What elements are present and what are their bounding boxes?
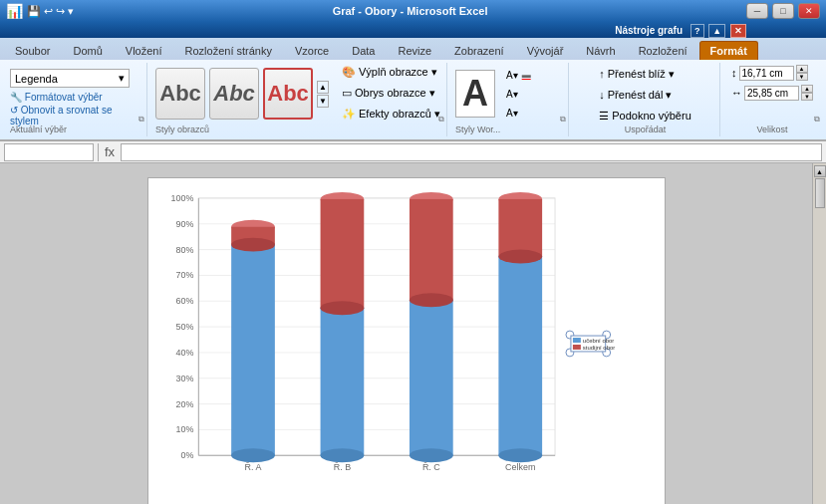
svg-rect-60 [572,345,580,350]
fill-button[interactable]: 🎨 Výplň obrazce ▾ [335,63,447,82]
tab-vlozeni[interactable]: Vložení [115,41,173,60]
svg-text:80%: 80% [175,245,193,255]
width-icon: ↔ [731,87,742,99]
height-spinner: ▲ ▼ [796,65,808,81]
expand-icon-2[interactable]: ⧉ [438,115,444,125]
width-spinner: ▲ ▼ [801,85,813,101]
text-effects-btn[interactable]: A▾ [499,105,538,122]
reset-style-button[interactable]: ↺ Obnovit a srovnat se stylem [10,105,140,126]
tabs-container: Soubor Domů Vložení Rozložení stránky Vz… [0,38,826,60]
chart-tools-label: Nástroje grafu [615,25,683,36]
svg-point-42 [409,293,452,307]
minimize-button[interactable]: ─ [746,3,768,19]
wordart-large-btn[interactable]: A [455,70,495,118]
chart-container[interactable]: 100% 90% 80% 70% 60% 50% 40% 30% 20% 10%… [0,163,812,504]
dropdown-arrow: ▾ [119,72,125,85]
svg-text:50%: 50% [175,322,193,332]
svg-rect-44 [498,257,542,456]
expand-icon-4[interactable]: ⧉ [814,115,820,125]
width-up[interactable]: ▲ [801,85,813,93]
abc-buttons: Abc Abc Abc ▲ ▼ [155,68,329,120]
right-scrollbar: ▲ ▼ [812,163,826,504]
maximize-button[interactable]: □ [772,3,794,19]
selection-pane-btn[interactable]: ☰ Podokno výběru [592,107,698,126]
current-selection-label: Aktuální výběr [10,125,67,134]
tab-zobrazeni[interactable]: Zobrazení [443,41,515,60]
width-down[interactable]: ▼ [801,93,813,101]
scroll-thumb[interactable] [815,178,825,208]
title-bar: 📊 💾 ↩ ↪ ▾ Graf - Obory - Microsoft Excel… [0,0,826,22]
send-further-btn[interactable]: ↓ Přenést dál ▾ [592,86,698,105]
expand-icon-3[interactable]: ⧉ [560,115,566,125]
shape-style-3[interactable]: Abc [263,68,313,120]
size-group: ↕ ▲ ▼ ↔ ▲ ▼ Velikost ⧉ [722,63,822,136]
formula-input[interactable] [121,143,822,161]
svg-text:30%: 30% [175,374,193,383]
svg-text:60%: 60% [175,296,193,306]
title-bar-left: 📊 💾 ↩ ↪ ▾ [6,3,74,19]
expand-icon[interactable]: ⧉ [138,115,144,125]
formula-separator [98,143,99,161]
help-icon[interactable]: ? [690,24,704,38]
selection-label: Legenda [15,73,58,85]
text-fill-btn[interactable]: A▾ ▬ [499,67,538,84]
scroll-up-button[interactable]: ▲ [814,165,826,177]
width-input[interactable] [744,86,799,101]
tab-format[interactable]: Formát [699,41,758,60]
name-box[interactable] [4,143,94,161]
svg-text:10%: 10% [175,424,193,434]
close-ribbon-button[interactable]: ✕ [730,24,746,38]
tab-domu[interactable]: Domů [62,41,113,60]
selection-buttons: 🔧 Formátovat výběr ↺ Obnovit a srovnat s… [10,92,140,126]
effects-button[interactable]: ✨ Efekty obrazců ▾ [335,105,447,124]
chart-tools-bar: Nástroje grafu ? ▲ ✕ [0,22,826,38]
svg-text:Ř. C: Ř. C [421,462,439,472]
tab-data[interactable]: Data [341,41,386,60]
svg-point-36 [320,301,364,315]
svg-text:0%: 0% [180,450,193,460]
scroll-down-btn[interactable]: ▼ [317,95,329,108]
selection-dropdown[interactable]: Legenda ▾ [10,69,130,88]
tab-rozlozeni[interactable]: Rozložení [628,41,698,60]
svg-point-39 [409,448,452,462]
height-up[interactable]: ▲ [796,65,808,73]
title-controls: ─ □ ✕ [746,3,820,19]
tab-vyvojar[interactable]: Vývojář [516,41,575,60]
scroll-up-btn[interactable]: ▲ [317,81,329,94]
height-input[interactable] [739,66,794,81]
svg-point-48 [498,250,542,264]
text-outline-btn[interactable]: A▾ [499,86,538,103]
svg-rect-41 [409,199,452,300]
ribbon-tab-bar: Soubor Domů Vložení Rozložení stránky Vz… [0,38,826,60]
main-area: 100% 90% 80% 70% 60% 50% 40% 30% 20% 10%… [0,163,826,504]
tab-soubor[interactable]: Soubor [4,41,61,60]
bring-closer-btn[interactable]: ↑ Přenést blíž ▾ [592,65,698,84]
svg-point-30 [231,238,275,252]
ribbon: Legenda ▾ 🔧 Formátovat výběr ↺ Obnovit a… [0,60,826,141]
height-down[interactable]: ▼ [796,73,808,81]
format-selection-button[interactable]: 🔧 Formátovat výběr [10,92,140,103]
svg-text:učební obor: učební obor [582,338,613,344]
arrange-label: Uspořádat [625,125,667,134]
svg-text:40%: 40% [175,348,193,358]
ribbon-toggle[interactable]: ▲ [708,24,725,38]
ribbon-controls: ? ▲ ✕ [690,25,746,36]
shape-style-1[interactable]: Abc [155,68,205,120]
svg-point-33 [320,448,364,462]
svg-text:studijní obor: studijní obor [582,345,614,351]
outline-button[interactable]: ▭ Obrys obrazce ▾ [335,84,447,103]
shape-style-2[interactable]: Abc [209,68,259,120]
wordart-group: A A▾ ▬ A▾ A▾ Styly Wor... ⧉ [449,63,569,136]
height-icon: ↕ [731,67,737,79]
scroll-track[interactable] [814,177,826,504]
svg-text:100%: 100% [170,193,193,203]
tab-revize[interactable]: Revize [387,41,442,60]
tab-rozlozeni-stranky[interactable]: Rozložení stránky [174,41,283,60]
tab-navrh[interactable]: Návrh [575,41,626,60]
close-button[interactable]: ✕ [798,3,820,19]
arrange-group: ↑ Přenést blíž ▾ ↓ Přenést dál ▾ ☰ Podok… [571,63,720,136]
svg-text:Ř. B: Ř. B [333,462,350,472]
tab-vzorce[interactable]: Vzorce [284,41,340,60]
svg-rect-58 [572,338,580,343]
shape-styles-group: Abc Abc Abc ▲ ▼ 🎨 Výplň obrazce ▾ ▭ Obry… [149,63,447,136]
